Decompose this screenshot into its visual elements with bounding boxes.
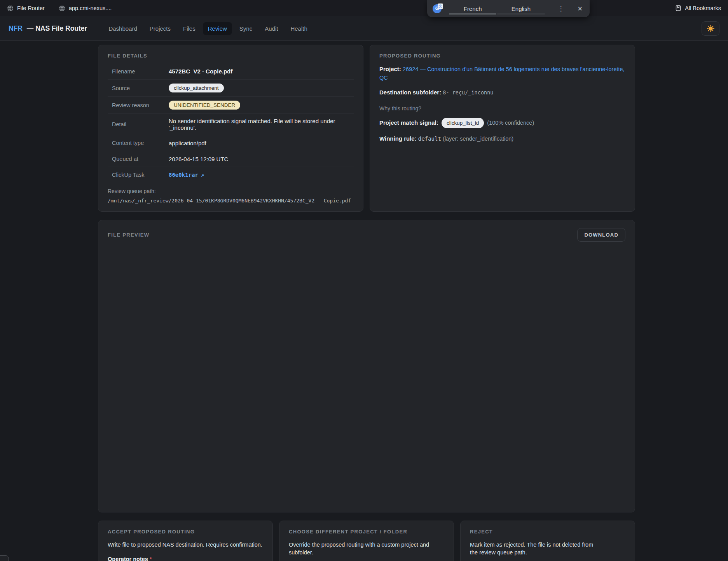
content-type-value: application/pdf <box>169 140 206 146</box>
source-badge: clickup_attachment <box>169 84 224 92</box>
destination-subfolder-line: Destination subfolder: 8- reçu/_inconnu <box>379 88 625 97</box>
bookmark-label: app.cmi-nexus.... <box>69 5 112 11</box>
main-nav: Dashboard Projects Files Review Sync Aud… <box>103 22 312 35</box>
browser-bookmarks-bar: File Router app.cmi-nexus.... All Bookma… <box>0 0 728 16</box>
app-header: NFR — NAS File Router Dashboard Projects… <box>0 16 728 41</box>
translate-tab-french[interactable]: French <box>449 0 497 17</box>
theme-toggle-button[interactable] <box>702 21 719 36</box>
brand-name: — NAS File Router <box>27 24 87 32</box>
review-detail-page: FILE DETAILS Filename 4572BC_V2 - Copie.… <box>98 45 635 561</box>
project-line: Project: 26924 — Constructrion d'un Bâti… <box>379 65 625 82</box>
file-preview-card: FILE PREVIEW DOWNLOAD <box>98 220 635 512</box>
confidence-value: (100% confidence) <box>487 120 534 126</box>
filename-value: 4572BC_V2 - Copie.pdf <box>169 68 232 75</box>
file-details-card: FILE DETAILS Filename 4572BC_V2 - Copie.… <box>98 45 363 212</box>
queue-path-label: Review queue path: <box>108 188 354 194</box>
download-button[interactable]: DOWNLOAD <box>577 228 625 242</box>
queue-path-value: /mnt/nas/_nfr_review/2026-04-15/01KP8GRD… <box>108 198 354 204</box>
project-link[interactable]: 26924 — Constructrion d'un Bâtiment de 5… <box>379 66 625 81</box>
table-row-content-type: Content type application/pdf <box>108 135 354 151</box>
queued-at-value: 2026-04-15 12:09 UTC <box>169 156 228 162</box>
bookmark-label: File Router <box>17 5 45 11</box>
detail-value: No sender identification signal matched.… <box>169 118 354 131</box>
bookmark-file-router[interactable]: File Router <box>7 5 45 12</box>
globe-icon <box>59 5 65 12</box>
globe-icon <box>7 5 14 12</box>
subfolder-value: 8- reçu/_inconnu <box>443 89 493 96</box>
proposed-routing-title: PROPOSED ROUTING <box>379 53 625 59</box>
nav-item-health[interactable]: Health <box>285 22 312 35</box>
nav-item-audit[interactable]: Audit <box>260 22 283 35</box>
match-signal-line: Project match signal: clickup_list_id (1… <box>379 118 625 129</box>
winning-rule-line: Winning rule: default (layer: sender_ide… <box>379 134 625 143</box>
table-row-detail: Detail No sender identification signal m… <box>108 113 354 135</box>
reject-title: REJECT <box>470 529 625 535</box>
translate-tab-english[interactable]: English <box>497 0 545 17</box>
match-signal-badge: clickup_list_id <box>442 118 484 129</box>
brand-abbr: NFR <box>9 24 23 32</box>
accept-description: Write file to proposed NAS destination. … <box>108 541 263 549</box>
sun-icon <box>707 24 715 33</box>
table-row-review-reason: Review reason UNIDENTIFIED_SENDER <box>108 96 354 113</box>
table-row-source: Source clickup_attachment <box>108 79 354 96</box>
choose-different-card: CHOOSE DIFFERENT PROJECT / FOLDER Overri… <box>279 521 454 561</box>
table-row-clickup-task: ClickUp Task 86e0k1rar ↗ <box>108 167 354 183</box>
table-row-filename: Filename 4572BC_V2 - Copie.pdf <box>108 63 354 79</box>
choose-title: CHOOSE DIFFERENT PROJECT / FOLDER <box>289 529 444 535</box>
rule-value: default <box>418 136 441 142</box>
app-brand: NFR — NAS File Router <box>9 24 87 33</box>
file-details-title: FILE DETAILS <box>108 53 354 59</box>
accept-title: ACCEPT PROPOSED ROUTING <box>108 529 263 535</box>
actions-row: ACCEPT PROPOSED ROUTING Write file to pr… <box>98 521 635 561</box>
operator-notes-label: Operator notes* <box>108 556 263 561</box>
reject-description: Mark item as rejected. The file is not d… <box>470 541 598 557</box>
why-routing-title: Why this routing? <box>379 105 625 112</box>
all-bookmarks-button[interactable]: All Bookmarks <box>675 5 721 11</box>
external-link-icon: ↗ <box>201 172 204 178</box>
reject-card: REJECT Mark item as rejected. The file i… <box>460 521 635 561</box>
close-icon[interactable]: ✕ <box>574 5 587 12</box>
required-asterisk: * <box>150 556 152 561</box>
all-bookmarks-label: All Bookmarks <box>685 5 721 11</box>
cutoff-corner-widget <box>0 555 9 561</box>
tab-active-indicator <box>449 14 496 15</box>
clickup-task-link[interactable]: 86e0k1rar ↗ <box>169 172 204 178</box>
nav-item-review[interactable]: Review <box>203 22 232 35</box>
bookmark-app-cmi-nexus[interactable]: app.cmi-nexus.... <box>59 5 112 12</box>
file-details-table: Filename 4572BC_V2 - Copie.pdf Source cl… <box>108 63 354 183</box>
proposed-routing-card: PROPOSED ROUTING Project: 26924 — Constr… <box>370 45 635 212</box>
choose-description: Override the proposed routing with a cus… <box>289 541 444 557</box>
review-reason-badge: UNIDENTIFIED_SENDER <box>169 101 240 110</box>
tab-indicator <box>497 14 545 15</box>
kebab-menu-icon[interactable]: ⋮ <box>555 5 567 13</box>
translate-popup: G 文 French English ⋮ ✕ <box>427 0 590 17</box>
rule-layer: (layer: sender_identification) <box>443 136 513 142</box>
book-icon <box>675 5 681 11</box>
review-queue-path: Review queue path: /mnt/nas/_nfr_review/… <box>108 188 354 204</box>
accept-routing-card: ACCEPT PROPOSED ROUTING Write file to pr… <box>98 521 273 561</box>
file-preview-title: FILE PREVIEW <box>108 232 149 238</box>
nav-item-files[interactable]: Files <box>178 22 201 35</box>
table-row-queued-at: Queued at 2026-04-15 12:09 UTC <box>108 151 354 167</box>
nav-item-sync[interactable]: Sync <box>234 22 257 35</box>
nav-item-projects[interactable]: Projects <box>145 22 176 35</box>
nav-item-dashboard[interactable]: Dashboard <box>103 22 142 35</box>
google-translate-icon: G 文 <box>433 3 443 14</box>
